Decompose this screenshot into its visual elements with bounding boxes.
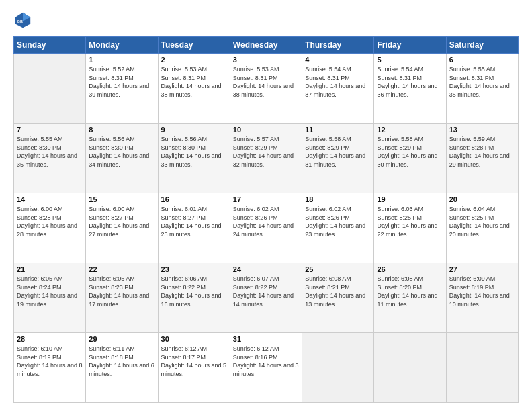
calendar-cell: 4 Sunrise: 5:54 AMSunset: 8:31 PMDayligh… [302, 54, 374, 124]
cell-info: Sunrise: 5:57 AMSunset: 8:29 PMDaylight:… [233, 136, 294, 168]
day-number: 23 [161, 265, 227, 273]
cell-info: Sunrise: 5:58 AMSunset: 8:29 PMDaylight:… [305, 136, 365, 168]
day-header-tuesday: Tuesday [158, 37, 230, 54]
day-number: 27 [449, 265, 515, 273]
cell-info: Sunrise: 6:07 AMSunset: 8:22 PMDaylight:… [233, 275, 294, 308]
day-number: 1 [89, 56, 154, 64]
calendar-cell: 15 Sunrise: 6:00 AMSunset: 8:27 PMDaylig… [86, 193, 158, 263]
day-number: 4 [305, 56, 371, 64]
day-number: 6 [449, 56, 515, 64]
calendar-cell: 9 Sunrise: 5:56 AMSunset: 8:30 PMDayligh… [158, 124, 230, 193]
day-number: 21 [17, 265, 83, 273]
day-number: 10 [233, 126, 299, 134]
day-header-friday: Friday [374, 37, 446, 54]
calendar-cell: 10 Sunrise: 5:57 AMSunset: 8:29 PMDaylig… [230, 124, 302, 193]
logo-icon: GB [13, 11, 32, 30]
day-header-monday: Monday [86, 37, 158, 54]
calendar-cell: 20 Sunrise: 6:04 AMSunset: 8:25 PMDaylig… [446, 193, 518, 263]
page: GB SundayMondayTuesdayWednesdayThursdayF… [0, 0, 532, 411]
calendar-cell: 16 Sunrise: 6:01 AMSunset: 8:27 PMDaylig… [158, 193, 230, 263]
day-number: 15 [89, 195, 154, 203]
cell-info: Sunrise: 5:53 AMSunset: 8:31 PMDaylight:… [233, 66, 294, 98]
cell-info: Sunrise: 6:12 AMSunset: 8:16 PMDaylight:… [233, 345, 299, 377]
calendar-week-2: 7 Sunrise: 5:55 AMSunset: 8:30 PMDayligh… [14, 124, 519, 193]
day-number: 11 [305, 126, 371, 134]
calendar-cell: 26 Sunrise: 6:08 AMSunset: 8:20 PMDaylig… [374, 263, 446, 333]
day-number: 14 [17, 195, 83, 203]
day-number: 26 [377, 265, 443, 273]
cell-info: Sunrise: 6:01 AMSunset: 8:27 PMDaylight:… [161, 205, 222, 238]
calendar-cell: 14 Sunrise: 6:00 AMSunset: 8:28 PMDaylig… [14, 193, 86, 263]
day-number: 22 [89, 265, 154, 273]
day-number: 16 [161, 195, 227, 203]
calendar-cell: 12 Sunrise: 5:58 AMSunset: 8:29 PMDaylig… [374, 124, 446, 193]
calendar-cell [374, 333, 446, 403]
day-number: 8 [89, 126, 154, 134]
calendar-table: SundayMondayTuesdayWednesdayThursdayFrid… [13, 36, 519, 403]
calendar-cell: 31 Sunrise: 6:12 AMSunset: 8:16 PMDaylig… [230, 333, 302, 403]
calendar-cell: 22 Sunrise: 6:05 AMSunset: 8:23 PMDaylig… [86, 263, 158, 333]
cell-info: Sunrise: 6:02 AMSunset: 8:26 PMDaylight:… [305, 205, 365, 238]
cell-info: Sunrise: 5:53 AMSunset: 8:31 PMDaylight:… [161, 66, 222, 98]
day-number: 19 [377, 195, 443, 203]
cell-info: Sunrise: 6:06 AMSunset: 8:22 PMDaylight:… [161, 275, 222, 308]
cell-info: Sunrise: 6:10 AMSunset: 8:19 PMDaylight:… [17, 345, 83, 377]
day-number: 31 [233, 335, 299, 343]
day-number: 5 [377, 56, 443, 64]
cell-info: Sunrise: 5:59 AMSunset: 8:28 PMDaylight:… [449, 136, 510, 168]
cell-info: Sunrise: 6:11 AMSunset: 8:18 PMDaylight:… [89, 345, 154, 377]
calendar-cell: 19 Sunrise: 6:03 AMSunset: 8:25 PMDaylig… [374, 193, 446, 263]
day-header-sunday: Sunday [14, 37, 86, 54]
cell-info: Sunrise: 5:52 AMSunset: 8:31 PMDaylight:… [89, 66, 149, 98]
day-number: 29 [89, 335, 154, 343]
calendar-cell: 27 Sunrise: 6:09 AMSunset: 8:19 PMDaylig… [446, 263, 518, 333]
cell-info: Sunrise: 5:55 AMSunset: 8:31 PMDaylight:… [449, 66, 510, 98]
day-number: 3 [233, 56, 299, 64]
cell-info: Sunrise: 6:08 AMSunset: 8:20 PMDaylight:… [377, 275, 437, 308]
day-header-thursday: Thursday [302, 37, 374, 54]
calendar-cell: 8 Sunrise: 5:56 AMSunset: 8:30 PMDayligh… [86, 124, 158, 193]
calendar-cell: 30 Sunrise: 6:12 AMSunset: 8:17 PMDaylig… [158, 333, 230, 403]
calendar-cell: 2 Sunrise: 5:53 AMSunset: 8:31 PMDayligh… [158, 54, 230, 124]
day-number: 20 [449, 195, 515, 203]
cell-info: Sunrise: 5:55 AMSunset: 8:30 PMDaylight:… [17, 136, 77, 168]
day-number: 25 [305, 265, 371, 273]
day-number: 9 [161, 126, 227, 134]
cell-info: Sunrise: 6:02 AMSunset: 8:26 PMDaylight:… [233, 205, 294, 238]
day-number: 7 [17, 126, 83, 134]
svg-text:GB: GB [17, 19, 23, 24]
calendar-week-1: 1 Sunrise: 5:52 AMSunset: 8:31 PMDayligh… [14, 54, 519, 124]
header: GB [13, 11, 519, 30]
calendar-cell: 21 Sunrise: 6:05 AMSunset: 8:24 PMDaylig… [14, 263, 86, 333]
day-number: 13 [449, 126, 515, 134]
calendar-week-5: 28 Sunrise: 6:10 AMSunset: 8:19 PMDaylig… [14, 333, 519, 403]
cell-info: Sunrise: 5:58 AMSunset: 8:29 PMDaylight:… [377, 136, 437, 168]
calendar-cell: 1 Sunrise: 5:52 AMSunset: 8:31 PMDayligh… [86, 54, 158, 124]
cell-info: Sunrise: 6:05 AMSunset: 8:23 PMDaylight:… [89, 275, 149, 308]
day-header-saturday: Saturday [446, 37, 518, 54]
cell-info: Sunrise: 5:56 AMSunset: 8:30 PMDaylight:… [89, 136, 149, 168]
cell-info: Sunrise: 5:54 AMSunset: 8:31 PMDaylight:… [305, 66, 365, 98]
calendar-cell [446, 333, 518, 403]
calendar-cell: 28 Sunrise: 6:10 AMSunset: 8:19 PMDaylig… [14, 333, 86, 403]
calendar-cell: 24 Sunrise: 6:07 AMSunset: 8:22 PMDaylig… [230, 263, 302, 333]
calendar-week-4: 21 Sunrise: 6:05 AMSunset: 8:24 PMDaylig… [14, 263, 519, 333]
calendar-week-3: 14 Sunrise: 6:00 AMSunset: 8:28 PMDaylig… [14, 193, 519, 263]
cell-info: Sunrise: 6:09 AMSunset: 8:19 PMDaylight:… [449, 275, 510, 308]
day-number: 2 [161, 56, 227, 64]
day-number: 24 [233, 265, 299, 273]
day-header-wednesday: Wednesday [230, 37, 302, 54]
cell-info: Sunrise: 6:08 AMSunset: 8:21 PMDaylight:… [305, 275, 365, 308]
calendar-header-row: SundayMondayTuesdayWednesdayThursdayFrid… [14, 37, 519, 54]
day-number: 17 [233, 195, 299, 203]
day-number: 30 [161, 335, 227, 343]
calendar-cell: 5 Sunrise: 5:54 AMSunset: 8:31 PMDayligh… [374, 54, 446, 124]
cell-info: Sunrise: 6:03 AMSunset: 8:25 PMDaylight:… [377, 205, 437, 238]
cell-info: Sunrise: 6:04 AMSunset: 8:25 PMDaylight:… [449, 205, 510, 238]
calendar-cell: 6 Sunrise: 5:55 AMSunset: 8:31 PMDayligh… [446, 54, 518, 124]
calendar-cell: 3 Sunrise: 5:53 AMSunset: 8:31 PMDayligh… [230, 54, 302, 124]
calendar-cell: 25 Sunrise: 6:08 AMSunset: 8:21 PMDaylig… [302, 263, 374, 333]
cell-info: Sunrise: 5:54 AMSunset: 8:31 PMDaylight:… [377, 66, 437, 98]
cell-info: Sunrise: 6:00 AMSunset: 8:28 PMDaylight:… [17, 205, 77, 238]
cell-info: Sunrise: 6:00 AMSunset: 8:27 PMDaylight:… [89, 205, 149, 238]
